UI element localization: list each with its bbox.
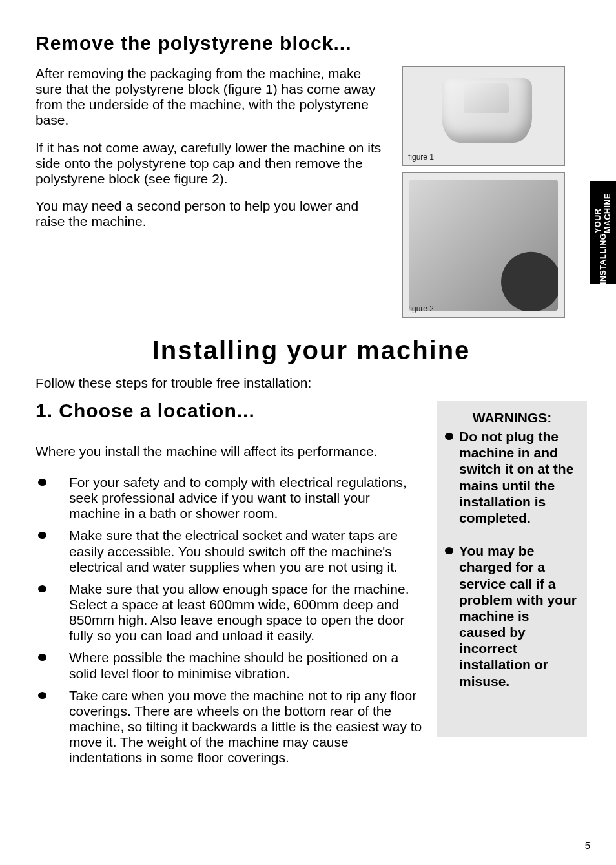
machine-underside-icon xyxy=(409,180,558,311)
warnings-title: WARNINGS: xyxy=(445,410,579,426)
location-bullet-list: For your safety and to comply with elect… xyxy=(36,475,423,766)
section-tab: YOUR MACHINE INSTALLING xyxy=(590,181,616,284)
choose-location-heading: 1. Choose a location... xyxy=(36,400,423,422)
list-item: For your safety and to comply with elect… xyxy=(36,475,423,521)
intro-block: After removing the packaging from the ma… xyxy=(36,66,587,318)
side-tab-line2: YOUR MACHINE xyxy=(593,181,613,233)
installing-heading: Installing your machine xyxy=(36,336,587,365)
where-install-line: Where you install the machine will affec… xyxy=(36,444,423,459)
warnings-box: WARNINGS: Do not plug the machine in and… xyxy=(437,401,587,737)
list-item: Make sure that you allow enough space fo… xyxy=(36,581,423,644)
figure-1: figure 1 xyxy=(402,66,565,166)
list-item: Where possible the machine should be pos… xyxy=(36,650,423,681)
left-column: 1. Choose a location... Where you instal… xyxy=(36,400,423,772)
intro-paragraph-1: After removing the packaging from the ma… xyxy=(36,66,384,129)
warnings-list: Do not plug the machine in and switch it… xyxy=(445,428,579,689)
remove-block-heading: Remove the polystyrene block... xyxy=(36,32,587,54)
content-columns: 1. Choose a location... Where you instal… xyxy=(36,400,587,772)
intro-paragraph-3: You may need a second person to help you… xyxy=(36,198,384,229)
side-tab-line1: INSTALLING xyxy=(599,233,608,284)
list-item: Make sure that the electrical socket and… xyxy=(36,528,423,574)
polystyrene-block-icon xyxy=(442,78,532,143)
figure-1-label: figure 1 xyxy=(408,152,434,162)
intro-paragraph-2: If it has not come away, carefully lower… xyxy=(36,140,384,187)
warning-item: Do not plug the machine in and switch it… xyxy=(445,428,579,526)
intro-text: After removing the packaging from the ma… xyxy=(36,66,384,318)
figure-2-label: figure 2 xyxy=(408,304,434,313)
list-item: Take care when you move the machine not … xyxy=(36,688,423,766)
figures-column: figure 1 figure 2 xyxy=(402,66,565,318)
figure-2: figure 2 xyxy=(402,172,565,318)
warning-item: You may be charged for a service call if… xyxy=(445,543,579,689)
follow-steps-line: Follow these steps for trouble free inst… xyxy=(36,375,587,391)
page-number: 5 xyxy=(585,840,590,851)
